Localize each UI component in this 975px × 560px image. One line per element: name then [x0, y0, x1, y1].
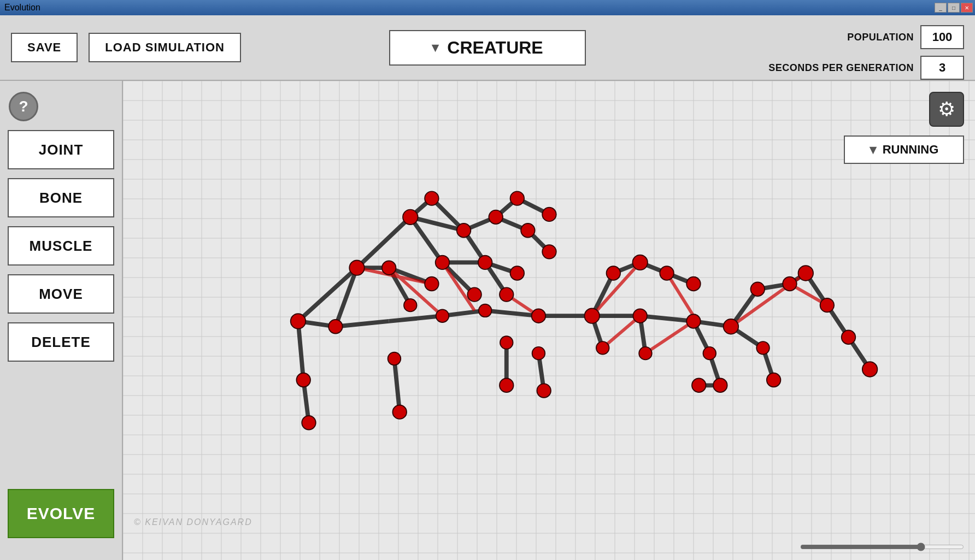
toolbar: SAVE LOAD SIMULATION ▾ CREATURE POPULATI… — [0, 15, 975, 81]
joint-button[interactable]: JOINT — [8, 130, 114, 169]
close-button[interactable]: ✕ — [961, 3, 973, 13]
help-button[interactable]: ? — [9, 92, 38, 121]
delete-button[interactable]: DELETE — [8, 322, 114, 362]
main-content: ? JOINT BONE MUSCLE MOVE DELETE EVOLVE — [0, 81, 975, 560]
zoom-slider[interactable] — [800, 545, 964, 549]
creature-label: CREATURE — [447, 38, 543, 58]
title-bar-controls: _ □ ✕ — [935, 3, 973, 13]
watermark: © KEIVAN DONYAGARD — [134, 517, 252, 527]
population-input[interactable] — [920, 25, 964, 49]
population-area: POPULATION SECONDS PER GENERATION — [768, 25, 964, 80]
running-label: RUNNING — [883, 143, 939, 157]
load-simulation-button[interactable]: LOAD SIMULATION — [89, 33, 241, 62]
running-chevron-icon: ▾ — [870, 142, 876, 157]
maximize-button[interactable]: □ — [948, 3, 960, 13]
title-bar: Evolution _ □ ✕ — [0, 0, 975, 15]
bone-button[interactable]: BONE — [8, 178, 114, 217]
population-row: POPULATION — [847, 25, 964, 49]
title-bar-text: Evolution — [4, 3, 40, 13]
minimize-button[interactable]: _ — [935, 3, 947, 13]
creature-chevron-icon: ▾ — [432, 40, 438, 55]
seconds-row: SECONDS PER GENERATION — [768, 56, 964, 80]
gear-icon: ⚙ — [938, 98, 955, 121]
right-panel: ⚙ ▾ RUNNING — [844, 92, 964, 164]
app: SAVE LOAD SIMULATION ▾ CREATURE POPULATI… — [0, 15, 975, 560]
evolve-button[interactable]: EVOLVE — [8, 489, 114, 538]
seconds-label: SECONDS PER GENERATION — [768, 62, 914, 74]
sidebar: ? JOINT BONE MUSCLE MOVE DELETE EVOLVE — [0, 81, 123, 560]
canvas-area[interactable]: ⚙ ▾ RUNNING © KEIVAN DONYAGARD — [123, 81, 975, 560]
settings-button[interactable]: ⚙ — [929, 92, 964, 127]
move-button[interactable]: MOVE — [8, 274, 114, 314]
population-label: POPULATION — [847, 32, 914, 43]
muscle-button[interactable]: MUSCLE — [8, 226, 114, 266]
running-dropdown[interactable]: ▾ RUNNING — [844, 135, 964, 164]
save-button[interactable]: SAVE — [11, 33, 78, 62]
seconds-input[interactable] — [920, 56, 964, 80]
bottom-slider — [800, 545, 964, 549]
creature-dropdown[interactable]: ▾ CREATURE — [389, 30, 586, 66]
